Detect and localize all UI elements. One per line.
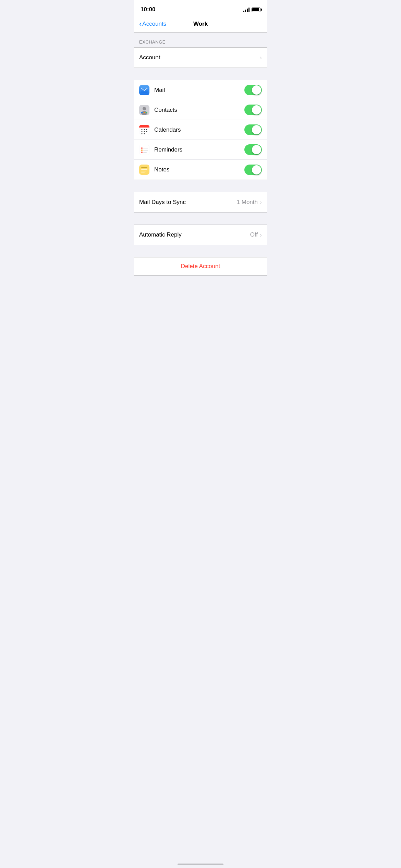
svg-rect-24 [143, 150, 148, 150]
contacts-label: Contacts [154, 107, 244, 113]
svg-rect-29 [141, 169, 147, 170]
mail-days-value: 1 Month [237, 199, 258, 206]
reminders-toggle[interactable] [244, 144, 262, 155]
reminders-icon [139, 145, 149, 155]
delete-section: Delete Account [134, 257, 267, 276]
account-item[interactable]: Account › [134, 48, 267, 68]
contacts-icon [139, 105, 149, 115]
svg-point-23 [141, 149, 143, 151]
svg-point-14 [142, 131, 143, 132]
mail-item[interactable]: Mail [134, 80, 267, 100]
nav-bar: ‹ Accounts Work [134, 17, 267, 33]
svg-rect-10 [139, 126, 149, 128]
sync-toggles-section: Mail Contacts [134, 80, 267, 180]
calendars-toggle[interactable] [244, 124, 262, 135]
svg-rect-30 [141, 171, 146, 171]
svg-point-25 [141, 152, 143, 153]
battery-icon [252, 8, 260, 12]
auto-reply-label: Automatic Reply [139, 231, 250, 238]
calendars-toggle-knob [252, 125, 261, 134]
exchange-section: Account › [134, 47, 267, 68]
account-label: Account [139, 54, 260, 61]
reminders-label: Reminders [154, 146, 244, 153]
gap-1 [134, 68, 267, 80]
notes-toggle[interactable] [244, 165, 262, 175]
svg-point-17 [142, 133, 143, 134]
svg-rect-0 [141, 87, 148, 93]
svg-point-2 [143, 107, 146, 110]
svg-point-16 [146, 131, 147, 132]
auto-reply-chevron-icon: › [260, 231, 262, 239]
svg-point-4 [141, 112, 143, 113]
contacts-toggle-knob [252, 105, 261, 114]
calendars-label: Calendars [154, 126, 244, 133]
notes-label: Notes [154, 166, 244, 173]
mail-label: Mail [154, 87, 244, 94]
back-button[interactable]: ‹ Accounts [139, 20, 166, 28]
calendars-icon [139, 125, 149, 135]
signal-bar-2 [245, 10, 246, 12]
svg-point-12 [144, 129, 145, 130]
gap-2 [134, 180, 267, 192]
svg-rect-22 [143, 148, 148, 148]
mail-days-chevron-icon: › [260, 199, 262, 206]
battery-fill [252, 8, 259, 11]
svg-point-18 [144, 133, 145, 134]
gap-3 [134, 213, 267, 225]
auto-reply-item[interactable]: Automatic Reply Off › [134, 225, 267, 245]
mail-toggle[interactable] [244, 85, 262, 95]
page-title: Work [193, 21, 208, 27]
mail-days-section: Mail Days to Sync 1 Month › [134, 192, 267, 213]
svg-point-15 [144, 131, 145, 132]
reminders-toggle-knob [252, 145, 261, 154]
bottom-space [134, 276, 267, 303]
signal-icon [243, 7, 250, 12]
auto-reply-value: Off [250, 231, 258, 238]
reminders-item[interactable]: Reminders [134, 140, 267, 160]
mail-days-item[interactable]: Mail Days to Sync 1 Month › [134, 192, 267, 212]
signal-bar-3 [247, 9, 248, 12]
svg-rect-28 [141, 167, 147, 168]
svg-point-13 [146, 129, 147, 130]
svg-point-11 [142, 129, 143, 130]
status-bar: 10:00 [134, 0, 267, 17]
back-chevron-icon: ‹ [139, 20, 142, 28]
contacts-toggle[interactable] [244, 105, 262, 115]
account-chevron-icon: › [260, 54, 262, 61]
signal-bar-1 [243, 11, 244, 12]
mail-days-label: Mail Days to Sync [139, 199, 237, 206]
notes-item[interactable]: Notes [134, 160, 267, 180]
notes-toggle-knob [252, 165, 261, 174]
signal-bar-4 [248, 8, 250, 12]
notes-icon [139, 165, 149, 175]
auto-reply-section: Automatic Reply Off › [134, 225, 267, 245]
gap-4 [134, 245, 267, 257]
mail-toggle-knob [252, 85, 261, 95]
status-time: 10:00 [141, 6, 155, 13]
back-label: Accounts [142, 21, 166, 27]
contacts-item[interactable]: Contacts [134, 100, 267, 120]
delete-account-button[interactable]: Delete Account [134, 257, 267, 275]
svg-point-5 [144, 112, 145, 113]
exchange-section-header: EXCHANGE [134, 33, 267, 47]
status-icons [243, 7, 260, 12]
svg-point-6 [146, 112, 147, 113]
calendars-item[interactable]: Calendars [134, 120, 267, 140]
svg-point-21 [141, 147, 143, 149]
mail-icon [139, 85, 149, 95]
svg-rect-31 [141, 172, 145, 173]
svg-rect-26 [143, 152, 147, 153]
